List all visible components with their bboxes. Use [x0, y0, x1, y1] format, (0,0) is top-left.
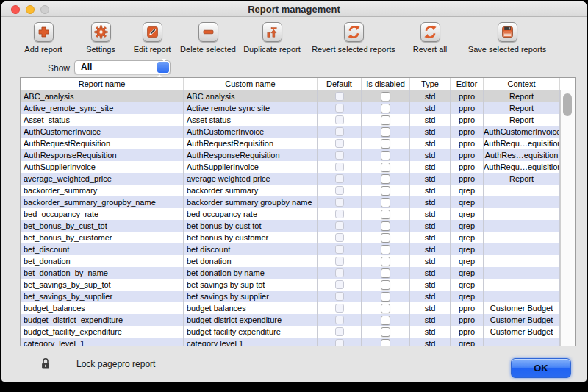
default-checkbox[interactable] — [335, 92, 344, 101]
default-checkbox[interactable] — [335, 186, 344, 195]
vertical-scrollbar[interactable] — [560, 90, 575, 346]
toolbar-button-label: Save selected reports — [452, 45, 562, 54]
column-header-default[interactable]: Default — [318, 78, 362, 90]
default-checkbox-cell — [318, 338, 362, 346]
is-disabled-checkbox[interactable] — [381, 174, 390, 184]
column-header-is-disabled[interactable]: Is disabled — [362, 78, 410, 90]
context-cell — [484, 279, 560, 291]
default-checkbox[interactable] — [335, 233, 344, 242]
default-checkbox[interactable] — [335, 257, 344, 266]
column-header-custom-name[interactable]: Custom name — [184, 78, 318, 90]
is-disabled-checkbox[interactable] — [381, 245, 390, 254]
is-disabled-checkbox[interactable] — [381, 233, 390, 243]
is-disabled-checkbox-cell — [362, 232, 410, 243]
ok-button[interactable]: OK — [511, 358, 571, 378]
is-disabled-checkbox-cell — [362, 102, 410, 114]
report-name-cell: budget_balances — [21, 302, 184, 314]
report-name-cell: category_level_1 — [21, 338, 184, 346]
table-row-category-level-1[interactable]: category_level_1category level 1stdqrep — [21, 338, 560, 346]
default-checkbox[interactable] — [335, 139, 344, 148]
editor-cell: ppro — [451, 149, 484, 161]
column-header-type[interactable]: Type — [410, 78, 451, 90]
is-disabled-checkbox[interactable] — [381, 210, 390, 219]
default-checkbox[interactable] — [335, 280, 344, 289]
default-checkbox[interactable] — [335, 174, 344, 183]
default-checkbox[interactable] — [335, 327, 344, 336]
reports-table: Report nameCustom nameDefaultIs disabled… — [20, 77, 576, 346]
default-checkbox[interactable] — [335, 151, 344, 160]
table-row-bet-savings-by-supplier[interactable]: bet_savings_by_supplierbet savings by su… — [21, 291, 560, 302]
title-bar: Report management — [1, 1, 587, 17]
is-disabled-checkbox[interactable] — [381, 257, 390, 266]
is-disabled-checkbox[interactable] — [381, 327, 390, 337]
table-row-bet-donation[interactable]: bet_donationbet donationstdqrep — [21, 255, 560, 267]
column-header-context[interactable]: Context — [484, 78, 560, 90]
table-header: Report nameCustom nameDefaultIs disabled… — [21, 78, 575, 90]
column-header-editor[interactable]: Editor — [451, 78, 484, 90]
table-row-authrequestrequisition[interactable]: AuthRequestRequisitionAuthRequestRequisi… — [21, 138, 560, 149]
default-checkbox[interactable] — [335, 210, 344, 218]
scrollbar-thumb[interactable] — [563, 93, 572, 116]
table-row-authsupplierinvoice[interactable]: AuthSupplierInvoiceAuthSupplierInvoicest… — [21, 161, 560, 173]
table-row-abc-analysis[interactable]: ABC_analysisABC analysisstdpproReport — [21, 90, 560, 102]
is-disabled-checkbox[interactable] — [381, 304, 390, 313]
table-row-bet-bonus-by-customer[interactable]: bet_bonus_by_customerbet bonus by custom… — [21, 232, 560, 243]
table-row-authcustomerinvoice[interactable]: AuthCustomerInvoiceAuthCustomerInvoicest… — [21, 126, 560, 138]
type-cell: std — [410, 267, 451, 279]
custom-name-cell: budget facility expenditure — [184, 326, 318, 338]
default-checkbox[interactable] — [335, 104, 344, 113]
table-row-backorder-summary-groupby-name[interactable]: backorder_summary_groupby_namebackorder … — [21, 196, 560, 208]
column-header-report-name[interactable]: Report name — [21, 78, 184, 90]
default-checkbox[interactable] — [335, 198, 344, 207]
table-row-bet-bonus-by-cust-tot[interactable]: bet_bonus_by_cust_totbet bonus by cust t… — [21, 220, 560, 232]
default-checkbox[interactable] — [335, 304, 344, 313]
table-row-budget-facility-expenditure[interactable]: budget_facility_expenditurebudget facili… — [21, 326, 560, 338]
is-disabled-checkbox[interactable] — [381, 292, 390, 302]
table-row-bed-occupancy-rate[interactable]: bed_occupancy_ratebed occupancy ratestdq… — [21, 208, 560, 220]
default-checkbox[interactable] — [335, 163, 344, 171]
is-disabled-checkbox[interactable] — [381, 280, 390, 290]
custom-name-cell: ABC analysis — [184, 90, 318, 102]
default-checkbox[interactable] — [335, 115, 344, 124]
is-disabled-checkbox[interactable] — [381, 151, 390, 160]
is-disabled-checkbox[interactable] — [381, 339, 390, 346]
is-disabled-checkbox[interactable] — [381, 127, 390, 137]
lock-pagepro-toggle[interactable]: Lock pagepro report — [40, 357, 155, 370]
type-cell: std — [410, 302, 451, 314]
default-checkbox[interactable] — [335, 127, 344, 136]
custom-name-cell: category level 1 — [184, 338, 318, 346]
table-row-budget-district-expenditure[interactable]: budget_district_expenditurebudget distri… — [21, 314, 560, 326]
is-disabled-checkbox[interactable] — [381, 186, 390, 196]
toolbar-button-save-selected-reports[interactable]: Save selected reports — [452, 22, 562, 54]
dropdown-stepper-icon — [157, 62, 169, 73]
is-disabled-checkbox[interactable] — [381, 115, 390, 125]
table-row-bet-savings-by-sup-tot[interactable]: bet_savings_by_sup_totbet savings by sup… — [21, 279, 560, 291]
is-disabled-checkbox[interactable] — [381, 139, 390, 149]
table-row-budget-balances[interactable]: budget_balancesbudget balancesstdpproCus… — [21, 302, 560, 314]
table-row-authresponserequisition[interactable]: AuthResponseRequisitionAuthResponseRequi… — [21, 149, 560, 161]
show-filter-dropdown[interactable]: All — [74, 60, 171, 74]
report-name-cell: AuthCustomerInvoice — [21, 126, 184, 138]
table-row-average-weighted-price[interactable]: average_weighted_priceaverage weighted p… — [21, 173, 560, 185]
is-disabled-checkbox[interactable] — [381, 221, 390, 231]
table-row-bet-discount[interactable]: bet_discountbet discountstdqrep — [21, 243, 560, 255]
default-checkbox[interactable] — [335, 268, 344, 277]
is-disabled-checkbox[interactable] — [381, 198, 390, 207]
type-cell: std — [410, 255, 451, 267]
default-checkbox[interactable] — [335, 221, 344, 230]
context-cell: Report — [484, 102, 560, 114]
is-disabled-checkbox[interactable] — [381, 92, 390, 101]
is-disabled-checkbox[interactable] — [381, 316, 390, 325]
table-row-bet-donation-by-name[interactable]: bet_donation_by_namebet donation by name… — [21, 267, 560, 279]
default-checkbox-cell — [318, 232, 362, 243]
default-checkbox[interactable] — [335, 316, 344, 324]
is-disabled-checkbox[interactable] — [381, 163, 390, 172]
table-row-asset-status[interactable]: Asset_statusAsset statusstdpproReport — [21, 114, 560, 126]
table-row-backorder-summary[interactable]: backorder_summarybackorder summarystdqre… — [21, 185, 560, 196]
default-checkbox[interactable] — [335, 245, 344, 254]
is-disabled-checkbox[interactable] — [381, 104, 390, 113]
table-row-active-remote-sync-site[interactable]: Active_remote_sync_siteActive remote syn… — [21, 102, 560, 114]
default-checkbox[interactable] — [335, 339, 344, 346]
is-disabled-checkbox[interactable] — [381, 268, 390, 278]
default-checkbox[interactable] — [335, 292, 344, 301]
